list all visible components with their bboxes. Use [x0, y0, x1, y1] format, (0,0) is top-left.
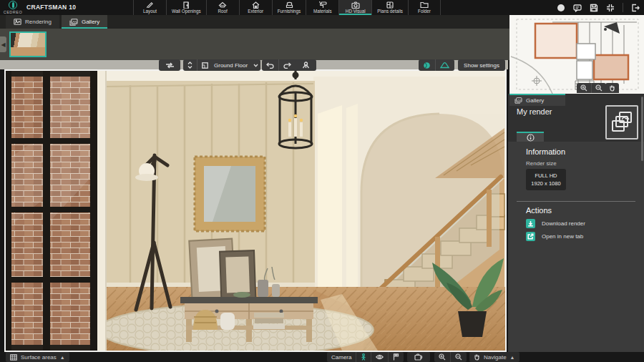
minimap-zoom-controls [577, 83, 606, 93]
pan-hand-icon [474, 353, 480, 361]
download-icon [526, 219, 535, 228]
menu-layout[interactable]: Layout [133, 0, 166, 15]
bottom-bar: Surface areas ▲ Camera Navigate ▲ [0, 352, 644, 362]
elevation-view-button[interactable] [388, 352, 404, 362]
panorama-button[interactable] [435, 59, 454, 71]
floorplan-mini-icon [202, 62, 208, 69]
pencil-icon [146, 1, 154, 8]
redo-button[interactable] [278, 59, 296, 71]
render-viewport[interactable] [4, 69, 507, 352]
information-tab[interactable] [517, 132, 544, 142]
switch-camera-button[interactable] [407, 352, 430, 362]
brand-label: CEDREO [3, 10, 23, 14]
sphere-view-icon [423, 62, 431, 69]
walkthrough-view-button[interactable] [356, 352, 371, 362]
actions-heading: Actions [526, 206, 552, 215]
chevron-up-icon: ▲ [60, 355, 65, 360]
topbar-divider [623, 3, 623, 12]
door-icon [182, 1, 190, 8]
floor-selector-dropdown[interactable]: Ground Floor [197, 59, 263, 71]
minimap-zoom-out-button[interactable] [591, 83, 606, 93]
main-menu: Layout Wall Openings Roof Exterior Furni… [133, 0, 441, 15]
chevron-down-icon [253, 64, 258, 67]
undo-icon [266, 62, 274, 69]
chevron-up-icon: ▲ [510, 355, 515, 360]
zoom-out-button[interactable] [450, 352, 467, 362]
compare-views-button[interactable] [159, 59, 180, 71]
info-icon [527, 134, 535, 142]
menu-roof[interactable]: Roof [206, 0, 239, 15]
camera-tripod-button[interactable] [295, 59, 316, 71]
top-menu-bar: CEDREO CRAFTSMAN 10 Layout Wall Openings… [0, 0, 644, 15]
thumbnail-strip: ◀ [0, 29, 509, 60]
information-panel-body: Information Render size FULL HD 1920 x 1… [508, 142, 644, 356]
tab-rendering[interactable]: Rendering [6, 15, 59, 29]
zoom-in-icon [439, 353, 446, 361]
minimap-zoom-in-button[interactable] [577, 83, 591, 93]
menu-hd-visual[interactable]: HD Visual [338, 0, 371, 15]
render-mode-group [419, 59, 454, 71]
menu-exterior[interactable]: Exterior [239, 0, 272, 15]
view-zoom-group [434, 352, 467, 362]
switch-camera-icon [414, 353, 423, 361]
section-divider [517, 201, 635, 202]
render-thumbnail-selected[interactable] [9, 31, 47, 57]
svg-text:?: ? [560, 4, 563, 11]
menu-wall-openings[interactable]: Wall Openings [166, 0, 206, 15]
zoom-out-icon [455, 353, 462, 361]
minimap-pan-button[interactable] [605, 83, 619, 93]
open-in-new-tab-button[interactable]: Open in new tab [526, 232, 583, 241]
chat-icon[interactable] [573, 4, 582, 12]
show-settings-button[interactable]: Show settings [458, 59, 505, 71]
camera-tripod-icon [302, 62, 310, 69]
menu-folder[interactable]: Folder [408, 0, 441, 15]
floor-stepper-icon [187, 62, 192, 69]
cedreo-app: CEDREO CRAFTSMAN 10 Layout Wall Openings… [0, 0, 644, 362]
floorplan-minimap[interactable] [509, 15, 644, 94]
logout-icon[interactable] [631, 4, 640, 12]
download-render-button[interactable]: Download render [526, 219, 585, 228]
menu-materials[interactable]: Materials [306, 0, 338, 15]
floor-stepper[interactable] [183, 59, 197, 71]
information-heading: Information [526, 147, 565, 156]
show-settings-label: Show settings [464, 62, 499, 69]
folder-icon [420, 1, 429, 8]
menu-plans-details[interactable]: Plans details [371, 0, 408, 15]
pan-hand-icon [609, 84, 615, 92]
render-size-card[interactable]: FULL HD 1920 x 1080 [526, 169, 566, 190]
surface-areas-button[interactable]: Surface areas ▲ [6, 352, 69, 362]
zoom-out-icon [595, 84, 602, 92]
render-stack-thumbnail[interactable] [605, 105, 638, 140]
table-grid-icon [10, 354, 17, 361]
render-size-label: Render size [526, 160, 557, 167]
render-size-line1: FULL HD [535, 172, 557, 179]
sphere-view-button[interactable] [419, 59, 435, 71]
collapse-strip-handle[interactable]: ◀ [0, 36, 6, 52]
gallery-icon [69, 19, 78, 26]
panel-scrollbar-thumb[interactable] [641, 97, 643, 161]
elevation-view-icon [393, 353, 399, 361]
cedreo-logo: CEDREO [3, 0, 23, 15]
help-icon[interactable]: ? [557, 4, 565, 12]
floor-selector-value: Ground Floor [214, 62, 248, 69]
panorama-icon [440, 62, 449, 69]
center-view-icon[interactable] [606, 4, 615, 12]
gallery-panel-tab[interactable]: Gallery [509, 94, 565, 106]
undo-button[interactable] [262, 59, 278, 71]
walkthrough-person-icon [361, 353, 366, 361]
plan-icon [386, 1, 394, 8]
gallery-icon [514, 97, 522, 104]
navigate-button[interactable]: Navigate ▲ [469, 352, 519, 362]
floor-selector-group: Ground Floor [183, 59, 260, 71]
camera-mode-group: Camera [327, 352, 404, 362]
zoom-in-button[interactable] [434, 352, 450, 362]
armchair-icon [286, 1, 293, 8]
save-icon[interactable] [590, 4, 598, 12]
compare-icon [165, 62, 175, 69]
aerial-view-button[interactable] [371, 352, 388, 362]
cedreo-logo-icon [9, 1, 17, 9]
menu-furnishings[interactable]: Furnishings [272, 0, 306, 15]
camera-label: Camera [327, 352, 356, 362]
tab-gallery[interactable]: Gallery [62, 15, 107, 29]
rendering-icon [14, 19, 21, 25]
